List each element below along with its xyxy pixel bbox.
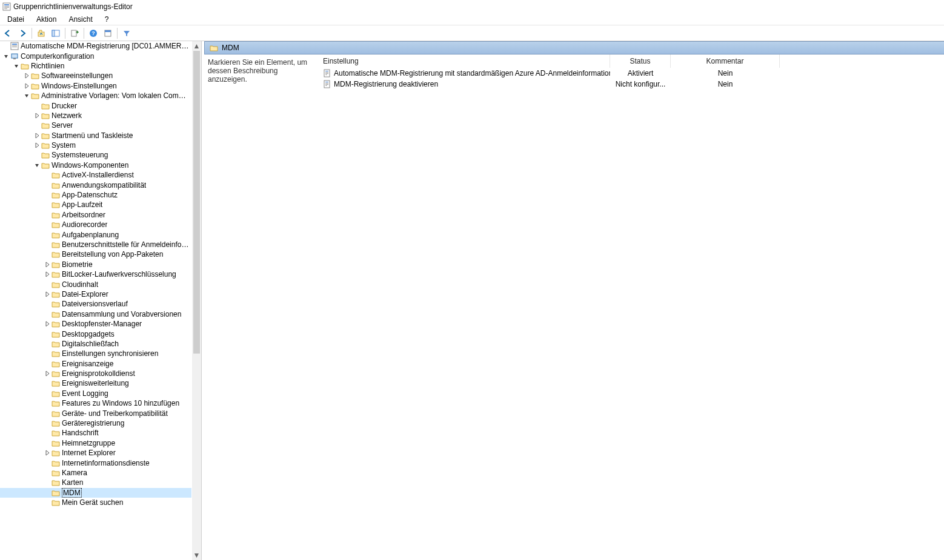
forward-button[interactable] <box>16 27 29 40</box>
tree-item-aufgabenplanung[interactable]: Aufgabenplanung <box>0 229 191 239</box>
tree-item-karten[interactable]: Karten <box>0 478 191 487</box>
setting-icon <box>323 69 331 77</box>
tree-item-datensammlung[interactable]: Datensammlung und Vorabversionen <box>0 309 191 319</box>
expander-closed-icon[interactable] <box>33 142 41 149</box>
expander-closed-icon[interactable] <box>44 449 51 456</box>
svg-rect-22 <box>325 73 328 74</box>
tree-item-iis[interactable]: Internetinformationsdienste <box>0 458 191 467</box>
tree-item-digitalschliessfach[interactable]: Digitalschließfach <box>0 339 191 349</box>
tree-item-mdm[interactable]: MDM <box>0 488 191 498</box>
tree-item-geraete-treiber[interactable]: Geräte- und Treiberkompatibilität <box>0 408 191 418</box>
tree-item-biometrie[interactable]: Biometrie <box>0 260 191 269</box>
tree-item-root[interactable]: Automatische MDM-Registrierung [DC01.AMM… <box>0 41 191 51</box>
tree-item-bitlocker[interactable]: BitLocker-Laufwerkverschlüsselung <box>0 269 191 279</box>
tree-item-features-win10[interactable]: Features zu Windows 10 hinzufügen <box>0 398 191 408</box>
list-item[interactable]: MDM-Registrierung deaktivierenNicht konf… <box>319 79 944 90</box>
expander-none <box>44 191 51 199</box>
up-button[interactable] <box>35 27 48 40</box>
menu-aktion[interactable]: Aktion <box>30 14 62 25</box>
tree-label: Anwendungskompatibilität <box>62 181 146 189</box>
tree-item-windows-einstellungen[interactable]: Windows-Einstellungen <box>0 81 191 91</box>
tree-label: Cloudinhalt <box>62 280 98 289</box>
tree-item-desktopgadgets[interactable]: Desktopgadgets <box>0 329 191 338</box>
tree-item-administrative-vorlagen[interactable]: Administrative Vorlagen: Vom lokalen Com… <box>0 91 191 100</box>
tree-item-benutzerschnittstelle[interactable]: Benutzerschnittstelle für Anmeldeinforma… <box>0 240 191 249</box>
tree-label: Bereitstellung von App-Paketen <box>62 250 163 259</box>
scroll-down-icon[interactable]: ▼ <box>192 550 201 560</box>
tree-item-ereignisprotokolldienst[interactable]: Ereignisprotokolldienst <box>0 369 191 378</box>
tree-item-richtlinien[interactable]: Richtlinien <box>0 61 191 71</box>
filter-button[interactable] <box>120 27 133 40</box>
tree-item-netzwerk[interactable]: Netzwerk <box>0 111 191 120</box>
tree-item-geraeteregistrierung[interactable]: Geräteregistrierung <box>0 418 191 428</box>
expander-closed-icon[interactable] <box>33 112 41 119</box>
tree-item-cloudinhalt[interactable]: Cloudinhalt <box>0 279 191 289</box>
scroll-up-icon[interactable]: ▲ <box>192 41 201 51</box>
folder-icon <box>52 498 60 507</box>
expander-closed-icon[interactable] <box>44 320 51 328</box>
expander-closed-icon[interactable] <box>33 132 41 139</box>
list-item[interactable]: Automatische MDM-Registrierung mit stand… <box>319 68 944 79</box>
tree-item-audiorecorder[interactable]: Audiorecorder <box>0 220 191 229</box>
tree-item-bereitstellung-app[interactable]: Bereitstellung von App-Paketen <box>0 249 191 259</box>
tree-item-drucker[interactable]: Drucker <box>0 100 191 110</box>
tree-item-event-logging[interactable]: Event Logging <box>0 389 191 398</box>
tree-item-server[interactable]: Server <box>0 120 191 130</box>
folder-icon <box>52 181 60 189</box>
back-button[interactable] <box>1 27 15 40</box>
column-setting[interactable]: Einstellung <box>319 54 610 68</box>
tree-item-anwendungskompat[interactable]: Anwendungskompatibilität <box>0 180 191 189</box>
expander-closed-icon[interactable] <box>44 291 51 298</box>
column-status[interactable]: Status <box>610 54 671 68</box>
tree-item-softwareeinstellungen[interactable]: Softwareeinstellungen <box>0 71 191 81</box>
expander-closed-icon[interactable] <box>44 370 51 377</box>
tree[interactable]: Automatische MDM-Registrierung [DC01.AMM… <box>0 41 191 560</box>
folder-icon <box>52 310 60 318</box>
expander-closed-icon[interactable] <box>44 271 51 278</box>
folder-icon <box>52 399 60 407</box>
expander-closed-icon[interactable] <box>23 72 30 79</box>
tree-item-internet-explorer[interactable]: Internet Explorer <box>0 448 191 458</box>
tree-item-systemsteuerung[interactable]: Systemsteuerung <box>0 150 191 160</box>
expander-none <box>44 350 51 357</box>
tree-item-arbeitsordner[interactable]: Arbeitsordner <box>0 210 191 220</box>
tree-item-windows-komponenten[interactable]: Windows-Komponenten <box>0 160 191 170</box>
expander-closed-icon[interactable] <box>44 261 51 268</box>
menu-datei[interactable]: Datei <box>1 14 30 25</box>
expander-open-icon[interactable] <box>13 62 20 70</box>
tree-item-activex[interactable]: ActiveX-Installerdienst <box>0 170 191 180</box>
expander-open-icon[interactable] <box>2 53 10 60</box>
tree-label: System <box>52 141 76 150</box>
settings-list: Einstellung Status Kommentar Automatisch… <box>319 54 944 560</box>
export-button[interactable] <box>68 27 81 40</box>
expander-open-icon[interactable] <box>33 162 41 169</box>
expander-closed-icon[interactable] <box>23 82 30 90</box>
tree-item-mein-geraet-suchen[interactable]: Mein Gerät suchen <box>0 498 191 507</box>
help-button[interactable]: ? <box>87 27 100 40</box>
tree-item-app-datenschutz[interactable]: App-Datenschutz <box>0 190 191 200</box>
tree-item-desktopfenster-manager[interactable]: Desktopfenster-Manager <box>0 319 191 329</box>
tree-item-dateiversionsverlauf[interactable]: Dateiversionsverlauf <box>0 299 191 309</box>
scrollbar-vertical[interactable]: ▲ ▼ <box>191 41 201 560</box>
expander-open-icon[interactable] <box>23 92 30 99</box>
tree-item-app-laufzeit[interactable]: App-Laufzeit <box>0 200 191 209</box>
content-body: Markieren Sie ein Element, um dessen Bes… <box>204 54 944 560</box>
tree-label: Internet Explorer <box>62 449 116 457</box>
show-hide-tree-button[interactable] <box>49 27 62 40</box>
menu-help[interactable]: ? <box>99 14 115 25</box>
tree-item-heimnetzgruppe[interactable]: Heimnetzgruppe <box>0 438 191 448</box>
tree-item-ereignisanzeige[interactable]: Ereignisanzeige <box>0 359 191 369</box>
tree-item-handschrift[interactable]: Handschrift <box>0 428 191 438</box>
column-comment[interactable]: Kommentar <box>671 54 780 68</box>
tree-item-ereignisweiterleitung[interactable]: Ereignisweiterleitung <box>0 378 191 388</box>
content-header-title: MDM <box>222 44 239 52</box>
tree-item-kamera[interactable]: Kamera <box>0 468 191 478</box>
menu-ansicht[interactable]: Ansicht <box>62 14 98 25</box>
tree-item-system[interactable]: System <box>0 140 191 150</box>
scroll-thumb[interactable] <box>193 51 200 354</box>
tree-item-einstellungen-sync[interactable]: Einstellungen synchronisieren <box>0 349 191 358</box>
tree-item-datei-explorer[interactable]: Datei-Explorer <box>0 289 191 299</box>
properties-button[interactable] <box>101 27 115 40</box>
tree-item-computerkonfiguration[interactable]: Computerkonfiguration <box>0 51 191 61</box>
tree-item-startmenue-taskleiste[interactable]: Startmenü und Taskleiste <box>0 131 191 140</box>
